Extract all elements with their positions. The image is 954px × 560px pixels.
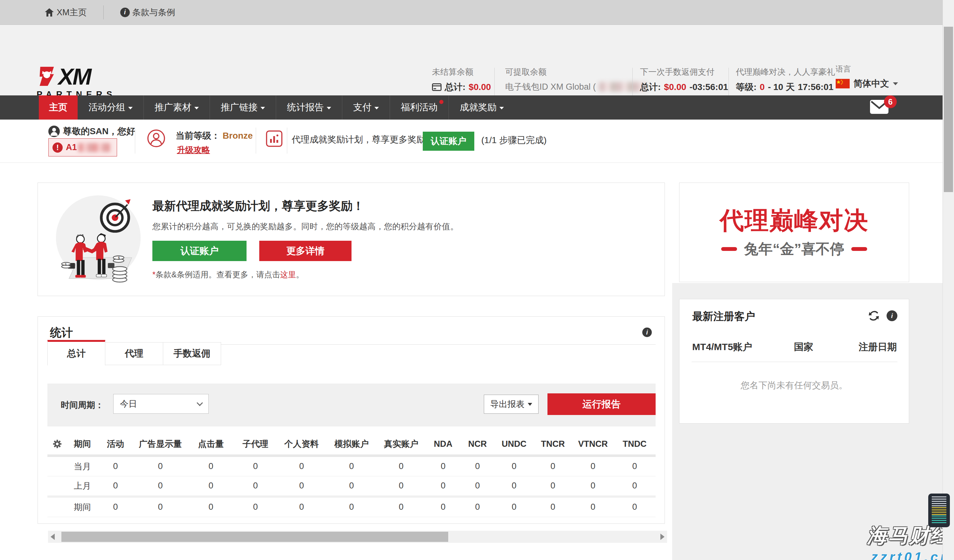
tab-代理[interactable]: 代理 <box>105 342 163 365</box>
scrollbar-thumb[interactable] <box>61 532 448 542</box>
cell-value: 0 <box>376 456 426 476</box>
cell-value: 0 <box>495 496 533 517</box>
account-id-redacted <box>78 143 110 152</box>
handshake-illustration: $ $ <box>51 190 146 288</box>
cell-value: 0 <box>187 476 234 496</box>
cell-value: 0 <box>133 496 187 517</box>
notification-dot <box>439 100 443 104</box>
topbar-terms-label: 条款与条例 <box>132 7 175 18</box>
export-report-button[interactable]: 导出报表 <box>484 395 539 414</box>
table-row-当月: 当月0000000000000 <box>47 456 656 476</box>
scroll-left-arrow-icon[interactable] <box>51 534 55 540</box>
nav-item-label: 推广链接 <box>221 101 258 114</box>
vertical-scrollbar[interactable] <box>943 0 954 560</box>
account-id-prefix: A1 <box>66 143 77 152</box>
period-value: 今日 <box>120 398 137 409</box>
verify-account-button[interactable]: 认证账户 <box>423 132 474 151</box>
mail-button[interactable]: 6 <box>870 100 892 117</box>
account-id-box[interactable]: ! A1 <box>48 138 117 156</box>
topbar-home-link[interactable]: XM主页 <box>45 7 87 18</box>
column-header-个人资料: 个人资料 <box>276 434 327 456</box>
divider <box>135 128 135 154</box>
nav-item-主页[interactable]: 主页 <box>39 95 78 120</box>
greeting: 尊敬的SAN，您好 <box>48 125 135 137</box>
scroll-right-arrow-icon[interactable] <box>660 534 664 540</box>
row-label: 当月 <box>67 456 98 476</box>
nav-item-label: 活动分组 <box>89 101 125 114</box>
filter-bar: 时间周期： 今日 导出报表 运行报告 <box>47 384 656 426</box>
language-label: 语言 <box>836 64 898 75</box>
statistics-card: 统计 总计代理手数返佣 时间周期： 今日 导出报表 运行报告 <box>37 316 665 524</box>
bull-logo-icon <box>37 65 58 87</box>
refresh-icon[interactable] <box>868 310 879 322</box>
card-icon <box>432 83 441 91</box>
empty-cell <box>47 476 67 496</box>
nav-item-推广素材[interactable]: 推广素材 <box>143 95 210 120</box>
cell-value: 0 <box>572 456 614 476</box>
cell-value: 0 <box>460 456 495 476</box>
promo-description: 您累计的积分越高，可兑换的奖励越多。同时，您的等级越高，您的积分越有价值。 <box>152 221 458 232</box>
row-label: 期间 <box>67 496 98 517</box>
column-header-广告显示量: 广告显示量 <box>133 434 187 456</box>
more-details-button[interactable]: 更多详情 <box>259 241 352 261</box>
terms-here-link[interactable]: 这里 <box>280 270 296 279</box>
logo-xm-text: XM <box>58 67 90 87</box>
nav-item-推广链接[interactable]: 推广链接 <box>210 95 276 120</box>
next-payment-total-label: 总计: <box>640 81 661 94</box>
nav-item-福利活动[interactable]: 福利活动 <box>390 95 449 120</box>
cell-value: 0 <box>187 496 234 517</box>
topbar-terms-link[interactable]: 条款与条例 <box>120 7 175 18</box>
floating-widget[interactable] <box>928 493 950 527</box>
clients-table-header: MT4/MT5账户国家注册日期 <box>692 341 897 354</box>
reward-plan-text: 代理成就奖励计划，尊享更多奖励！ <box>292 134 434 146</box>
column-header-UNDC: UNDC <box>495 434 533 456</box>
latest-clients-title: 最新注册客户 <box>692 310 755 324</box>
chevron-down-icon <box>196 400 203 406</box>
user-icon <box>48 126 60 137</box>
next-payment-countdown: -03:56:01 <box>689 81 728 94</box>
nav-item-支付[interactable]: 支付 <box>342 95 390 120</box>
statistics-table: 期间活动广告显示量点击量子代理个人资料模拟账户真实账户NDANCRUNDCTNC… <box>47 434 656 517</box>
tab-总计[interactable]: 总计 <box>47 340 105 366</box>
info-icon[interactable] <box>887 310 897 321</box>
nav-item-活动分组[interactable]: 活动分组 <box>78 95 143 120</box>
svg-text:$: $ <box>118 256 120 260</box>
cell-value: 0 <box>533 476 572 496</box>
nav-item-label: 统计报告 <box>287 101 324 114</box>
column-header-NCR: NCR <box>460 434 495 456</box>
latest-clients-card: 最新注册客户 MT4/MT5账户国家注册日期 您名下尚未有任何交易员。 <box>679 299 909 423</box>
contest-banner-card[interactable]: 代理巅峰对决 兔年“金”喜不停 <box>679 182 909 282</box>
info-icon[interactable] <box>642 328 652 337</box>
export-label: 导出报表 <box>490 398 525 410</box>
cell-value: 0 <box>460 496 495 517</box>
divider <box>494 68 495 100</box>
cell-value: 0 <box>234 456 276 476</box>
clients-column-MT4/MT5账户: MT4/MT5账户 <box>692 341 775 354</box>
terms-asterisk: * <box>152 270 156 279</box>
language-selector[interactable]: 简体中文 <box>836 77 898 90</box>
chevron-down-icon <box>128 107 132 109</box>
period-select[interactable]: 今日 <box>113 394 209 414</box>
column-header-VTNCR: VTNCR <box>572 434 614 456</box>
nav-item-成就奖励[interactable]: 成就奖励 <box>449 95 515 120</box>
xm-partners-logo[interactable]: XM PARTNERS <box>37 65 132 100</box>
verify-account-button[interactable]: 认证账户 <box>152 241 246 261</box>
scrollbar-thumb[interactable] <box>944 27 953 192</box>
cell-value: 0 <box>426 496 460 517</box>
gear-icon[interactable] <box>47 434 67 456</box>
divider <box>103 5 104 19</box>
dash-decoration <box>851 247 867 251</box>
run-report-button[interactable]: 运行报告 <box>547 394 656 415</box>
level-icon <box>147 129 165 148</box>
cell-value: 0 <box>495 456 533 476</box>
unsettled-total-label: 总计: <box>445 81 465 94</box>
upgrade-guide-link[interactable]: 升级攻略 <box>177 145 210 156</box>
nav-item-统计报告[interactable]: 统计报告 <box>276 95 342 120</box>
tab-手数返佣[interactable]: 手数返佣 <box>163 342 221 365</box>
column-header-期间: 期间 <box>67 434 98 456</box>
achievement-chart-icon <box>266 131 282 147</box>
divider <box>728 68 729 100</box>
horizontal-scrollbar[interactable] <box>48 531 667 543</box>
cell-value: 0 <box>98 476 133 496</box>
cell-value: 0 <box>327 496 376 517</box>
